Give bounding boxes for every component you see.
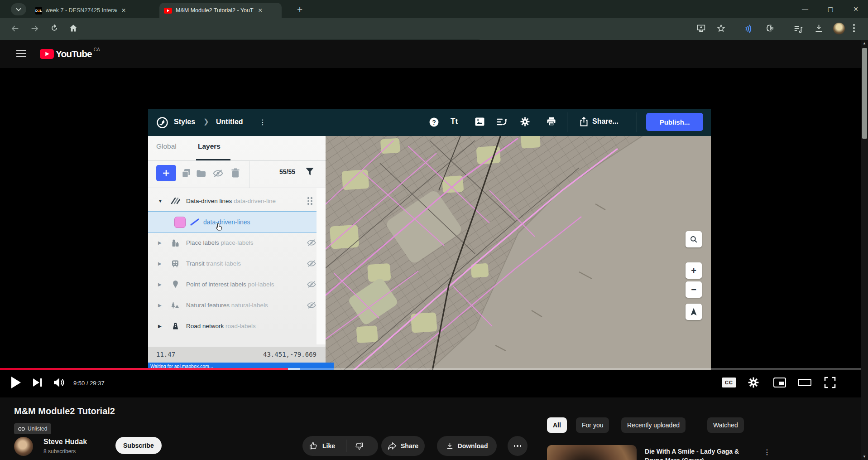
layer-row-transit-labels[interactable]: ▶Transit transit-labels xyxy=(148,253,326,274)
toggle-visibility-icon[interactable] xyxy=(212,169,224,178)
layer-name[interactable]: data-driven-lines xyxy=(203,218,250,226)
player-settings-icon[interactable] xyxy=(748,377,759,388)
mapbox-logo[interactable] xyxy=(156,116,168,129)
delete-layer-icon[interactable] xyxy=(231,168,240,178)
expand-triangle-icon[interactable]: ▶ xyxy=(158,282,162,287)
youtube-logo[interactable]: YouTube CA xyxy=(40,48,100,59)
play-button[interactable] xyxy=(11,377,21,388)
tab-audio-icon[interactable] xyxy=(743,24,754,34)
visibility-off-icon[interactable] xyxy=(307,260,317,267)
miniplayer-button[interactable] xyxy=(773,378,786,387)
extensions-icon[interactable] xyxy=(765,24,775,33)
window-close-button[interactable]: ✕ xyxy=(843,5,868,13)
layer-color-swatch[interactable] xyxy=(174,217,186,228)
debug-panel-icon[interactable] xyxy=(497,118,508,126)
home-icon[interactable] xyxy=(69,24,78,33)
bookmark-star-icon[interactable] xyxy=(716,24,726,33)
captions-button[interactable]: CC xyxy=(722,378,736,387)
layer-name: Data-driven lines xyxy=(186,198,232,204)
share-label[interactable]: Share... xyxy=(592,117,619,126)
add-layer-button[interactable] xyxy=(156,165,176,181)
media-controls-icon[interactable] xyxy=(793,24,803,34)
browser-tab-youtube-active[interactable]: M&M Module2 Tutorial2 - YouT ✕ xyxy=(159,3,282,18)
browser-tab-d2l[interactable]: D2L week 7 - DESN27425 Interaction ✕ xyxy=(31,3,130,18)
tab-search-button[interactable] xyxy=(11,3,26,15)
settings-gear-icon[interactable] xyxy=(520,117,530,126)
filter-funnel-icon[interactable] xyxy=(305,167,314,176)
channel-name[interactable]: Steve Hudak xyxy=(43,438,87,446)
layer-row-place-labels[interactable]: ▶Place labels place-labels xyxy=(148,232,326,253)
visibility-off-icon[interactable] xyxy=(307,301,317,309)
fullscreen-button[interactable] xyxy=(824,377,836,388)
install-app-icon[interactable] xyxy=(696,24,706,33)
forward-icon[interactable] xyxy=(30,24,40,34)
next-video-button[interactable] xyxy=(33,378,43,387)
images-icon[interactable] xyxy=(475,117,484,126)
chip-all[interactable]: All xyxy=(547,417,567,433)
channel-avatar[interactable] xyxy=(14,437,33,456)
chip-watched[interactable]: Watched xyxy=(707,417,744,433)
suggested-video-thumbnail[interactable] xyxy=(547,445,637,460)
reload-icon[interactable] xyxy=(50,24,59,33)
layer-row-data-driven-lines[interactable]: data-driven-lines xyxy=(148,211,326,233)
chip-recently-uploaded[interactable]: Recently uploaded xyxy=(621,417,686,433)
subscribe-button[interactable]: Subscribe xyxy=(115,437,162,454)
new-tab-button[interactable]: ＋ xyxy=(295,4,304,15)
map-canvas[interactable] xyxy=(326,136,711,370)
like-icon[interactable] xyxy=(309,441,318,450)
video-player[interactable]: Styles ❯ Untitled ⋮ ? Tt Share. xyxy=(0,68,868,397)
visibility-off-icon[interactable] xyxy=(307,239,317,247)
breadcrumb-styles[interactable]: Styles xyxy=(174,118,195,126)
tab-close-icon[interactable]: ✕ xyxy=(121,7,126,14)
map-zoom-out-button[interactable]: − xyxy=(686,281,702,298)
page-scrollbar[interactable]: ▲ ▼ xyxy=(861,40,868,460)
layer-row-poi-labels[interactable]: ▶Point of interest labels poi-labels xyxy=(148,274,326,295)
fonts-icon[interactable]: Tt xyxy=(451,117,458,126)
expand-triangle-icon[interactable]: ▶ xyxy=(158,324,162,329)
visibility-off-icon[interactable] xyxy=(307,281,317,288)
help-icon[interactable]: ? xyxy=(429,117,439,127)
suggested-video-menu-icon[interactable]: ⋮ xyxy=(763,448,771,456)
duplicate-layer-icon[interactable] xyxy=(182,169,191,178)
layer-row-data-driven-line[interactable]: ▼Data-driven lines data-driven-line xyxy=(148,190,326,211)
breadcrumb-style-name[interactable]: Untitled xyxy=(216,118,243,126)
window-maximize-button[interactable]: ▢ xyxy=(818,5,843,13)
tab-layers[interactable]: Layers xyxy=(198,142,221,150)
theater-mode-button[interactable] xyxy=(798,379,811,386)
chip-for-you[interactable]: For you xyxy=(576,417,609,433)
scroll-up-arrow[interactable]: ▲ xyxy=(863,41,866,45)
download-button[interactable]: Download xyxy=(437,436,497,456)
print-icon[interactable] xyxy=(547,117,556,126)
publish-button[interactable]: Publish... xyxy=(646,113,703,131)
scrollbar-thumb[interactable] xyxy=(862,48,867,139)
downloads-icon[interactable] xyxy=(814,24,824,33)
expand-triangle-icon[interactable]: ▶ xyxy=(158,303,162,308)
collapse-triangle-icon[interactable]: ▼ xyxy=(158,199,163,203)
hamburger-menu-icon[interactable] xyxy=(16,49,26,58)
expand-triangle-icon[interactable]: ▶ xyxy=(158,261,162,266)
window-minimize-button[interactable]: — xyxy=(792,5,818,13)
expand-triangle-icon[interactable]: ▶ xyxy=(158,240,162,245)
drag-handle-icon[interactable] xyxy=(307,197,312,205)
suggested-video-title[interactable]: Die With A Smile - Lady Gaga & Bruno Mar… xyxy=(645,447,758,460)
tab-global[interactable]: Global xyxy=(156,142,177,150)
share-icon[interactable] xyxy=(580,116,588,127)
panel-scroll-gutter[interactable] xyxy=(317,188,326,344)
map-search-button[interactable] xyxy=(686,231,702,247)
dislike-icon[interactable] xyxy=(354,441,363,450)
like-label[interactable]: Like xyxy=(322,442,335,450)
tab-close-icon[interactable]: ✕ xyxy=(258,7,263,14)
more-actions-button[interactable] xyxy=(508,436,528,456)
browser-profile-avatar[interactable] xyxy=(833,23,845,34)
back-icon[interactable] xyxy=(10,24,20,34)
browser-menu-icon[interactable] xyxy=(853,23,855,32)
share-button[interactable]: Share xyxy=(381,436,425,456)
map-zoom-in-button[interactable]: + xyxy=(686,262,702,279)
scroll-down-arrow[interactable]: ▼ xyxy=(863,455,866,459)
group-folder-icon[interactable] xyxy=(196,169,206,178)
style-menu-icon[interactable]: ⋮ xyxy=(259,118,266,126)
map-compass-button[interactable] xyxy=(686,304,702,320)
volume-icon[interactable] xyxy=(53,377,65,388)
layer-row-natural-labels[interactable]: ▶Natural features natural-labels xyxy=(148,295,326,315)
layer-row-road-labels[interactable]: ▶Road network road-labels xyxy=(148,315,326,336)
